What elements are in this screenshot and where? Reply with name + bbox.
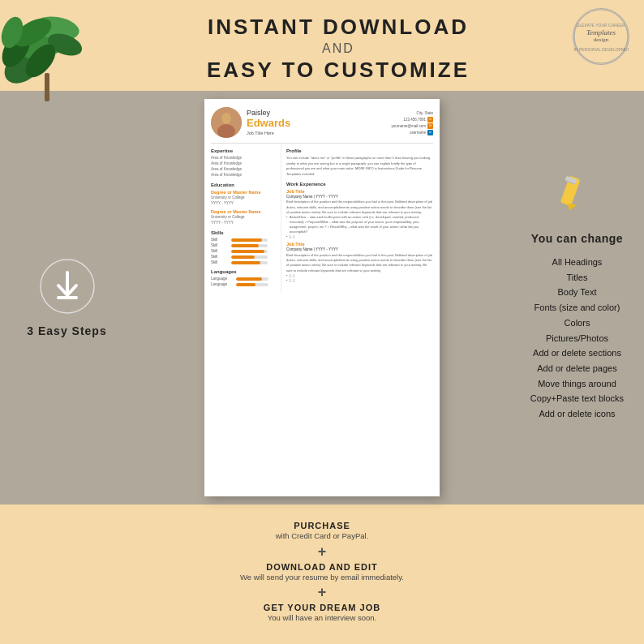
change-item-1: Titles: [530, 270, 624, 286]
resume-avatar: [211, 107, 242, 138]
skill-bar-bg-5: [231, 261, 268, 264]
contact-username: username in: [410, 130, 433, 135]
plus-1: +: [24, 542, 620, 562]
svg-point-17: [221, 113, 231, 124]
skill-bar-bg-3: [231, 250, 268, 253]
skill-bar-fill-3: [231, 250, 264, 253]
step-1-block: PURCHASE with Credit Card or PayPal.: [24, 521, 620, 541]
lang-row-2: Language: [211, 282, 276, 286]
job-bullet-1: Action/How – start each bullet point wit…: [286, 215, 433, 234]
email-icon: ✉: [427, 123, 433, 129]
change-item-2: Body Text: [530, 285, 624, 300]
svg-text:FOR PERSONAL DEVELOPMENT: FOR PERSONAL DEVELOPMENT: [573, 47, 629, 52]
job-desc-2: Brief description of the position and th…: [286, 253, 433, 274]
profile-title: Profile: [286, 148, 433, 153]
skill-bar-bg-1: [231, 238, 268, 242]
skill-label-4: Skill: [211, 255, 229, 259]
resume-name-block: Paisley Edwards Job Title Here: [247, 109, 386, 135]
linkedin-icon: in: [427, 130, 433, 135]
contact-city: City, State: [417, 110, 433, 116]
skill-label-5: Skill: [211, 260, 229, 264]
job-title-2: Job Title: [286, 242, 433, 247]
languages-title: Languages: [211, 269, 276, 274]
bottom-section: PURCHASE with Credit Card or PayPal. + D…: [0, 504, 644, 639]
phone-text: 123.456.7891: [403, 117, 426, 122]
username-text: username: [410, 130, 426, 135]
left-panel: 3 Easy Steps: [0, 91, 134, 504]
step-3-block: GET YOUR DREAM JOB You will have an inte…: [24, 603, 620, 623]
lang-row-1: Language: [211, 277, 276, 281]
change-item-5: Pictures/Photos: [530, 331, 624, 346]
step-2-desc: We will send your resume by email immedi…: [24, 572, 620, 582]
lang-bar-fill-2: [236, 283, 255, 286]
edu-year-2: YYYY - YYYY: [211, 221, 276, 226]
resume-right-col: Profile You can include "about me" or "p…: [281, 144, 440, 293]
expertise-item-3: Area of Knowledge: [211, 167, 276, 173]
skills-title: Skills: [211, 230, 276, 235]
lang-bar-fill-1: [236, 277, 262, 281]
change-item-7: Add or delete pages: [530, 361, 624, 376]
steps-section: PURCHASE with Credit Card or PayPal. + D…: [24, 521, 620, 623]
resume-contact: City, State 123.456.7891 ☏ yourname@mail…: [391, 110, 433, 136]
edu-school-2: University or College: [211, 215, 276, 221]
top-section: ELEVATE YOUR CAREER Templates design FOR…: [0, 0, 644, 91]
svg-rect-8: [45, 73, 49, 101]
lang-bar-bg-1: [236, 277, 268, 281]
download-icon: [39, 258, 96, 315]
edu-school-1: University or College: [211, 195, 276, 201]
plus-2: +: [24, 582, 620, 603]
plant-decoration: [0, 0, 105, 105]
contact-phone: 123.456.7891 ☏: [403, 117, 433, 122]
email-text: yourname@mail.com: [391, 123, 426, 129]
step-2-title: DOWNLOAD AND EDIT: [24, 562, 620, 572]
change-list: All Headings Titles Body Text Fonts (siz…: [530, 255, 624, 422]
step-2-block: DOWNLOAD AND EDIT We will send your resu…: [24, 562, 620, 582]
resume-header: Paisley Edwards Job Title Here City, Sta…: [204, 99, 440, 143]
step-1-desc: with Credit Card or PayPal.: [24, 530, 620, 541]
skill-label-3: Skill: [211, 249, 229, 253]
skill-bar-fill-5: [231, 261, 260, 264]
skill-bar-bg-2: [231, 244, 268, 247]
skill-row-2: Skill: [211, 243, 276, 247]
footer-section: EDITABLE WITH MICROSOFT WORD (.docx) & A…: [0, 640, 644, 644]
step-1-title: PURCHASE: [24, 521, 620, 530]
job-bullet-2: [...]: [286, 234, 433, 239]
center-panel: Paisley Edwards Job Title Here City, Sta…: [134, 91, 510, 504]
headline-line3: EASY TO CUSTOMIZE: [122, 58, 555, 83]
job-title-1: Job Title: [286, 189, 433, 194]
headline-line1: INSTANT DOWNLOAD: [122, 15, 555, 40]
phone-icon: ☏: [427, 117, 433, 122]
job-bullet-4: [...]: [286, 278, 433, 283]
pencil-icon: [555, 174, 599, 222]
skill-row-4: Skill: [211, 255, 276, 259]
skill-label-1: Skill: [211, 238, 229, 242]
change-item-8: Move things around: [530, 376, 624, 392]
step-3-desc: You will have an interview soon.: [24, 612, 620, 623]
profile-text: You can include "about me" or "profile" …: [286, 156, 433, 177]
svg-text:Templates: Templates: [586, 28, 616, 36]
skill-bar-bg-4: [231, 255, 268, 259]
lang-bar-bg-2: [236, 283, 268, 286]
edu-year-1: YYYY - YYYY: [211, 201, 276, 207]
resume-left-col: Expertise Area of Knowledge Area of Know…: [204, 144, 281, 293]
edu-degree-1: Degree or Master Name: [211, 190, 276, 195]
svg-text:design: design: [594, 36, 609, 43]
skill-label-2: Skill: [211, 243, 229, 247]
expertise-item-2: Area of Knowledge: [211, 161, 276, 167]
education-title: Education: [211, 182, 276, 187]
change-item-0: All Headings: [530, 255, 624, 270]
change-item-3: Fonts (size and color): [530, 300, 624, 316]
headline-and: AND: [122, 41, 555, 56]
expertise-item-1: Area of Knowledge: [211, 156, 276, 161]
expertise-title: Expertise: [211, 148, 276, 153]
right-panel: You can change All Headings Titles Body …: [510, 91, 644, 504]
change-item-4: Colors: [530, 316, 624, 331]
resume-job-title: Job Title Here: [247, 131, 386, 135]
resume-last-name: Edwards: [247, 118, 386, 129]
change-item-10: Add or delete icons: [530, 406, 624, 422]
edu-degree-2: Degree or Master Name: [211, 209, 276, 214]
middle-band: 3 Easy Steps Paisley Edwards: [0, 91, 644, 504]
brand-logo: ELEVATE YOUR CAREER Templates design FOR…: [573, 8, 629, 65]
lang-label-2: Language: [211, 282, 234, 286]
contact-email: yourname@mail.com ✉: [391, 123, 433, 129]
